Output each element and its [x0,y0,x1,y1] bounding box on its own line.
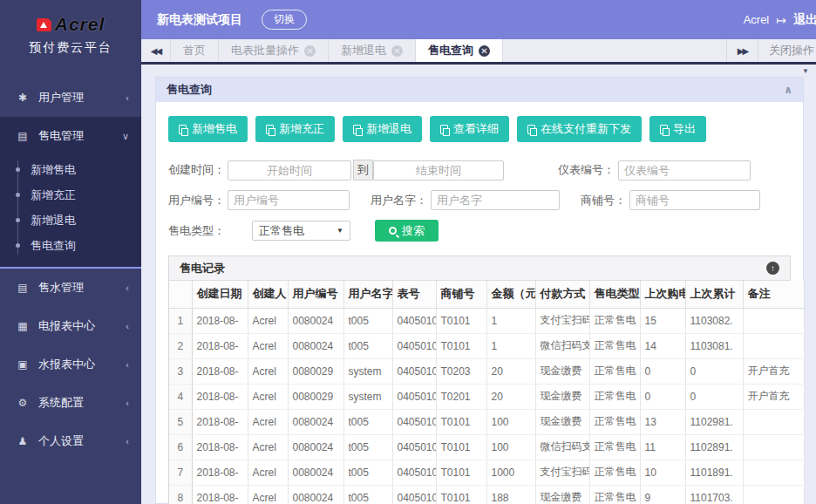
cell-row-index: 3 [169,358,192,384]
tabs-scroll-right-icon[interactable]: ▶▶ [726,39,758,62]
chevron-left-icon: ‹ [126,283,129,293]
cell-create-date: 2018-08- [192,308,248,333]
submenu-item-new-refund[interactable]: 新增退电 [0,208,141,233]
sidebar-item-user-management[interactable]: ✱用户管理‹ [0,78,141,117]
search-button[interactable]: 搜索 [375,220,439,242]
cell-user-name: system [343,384,392,409]
tab-home[interactable]: 首页 [171,39,219,62]
tab-new-refund[interactable]: 新增退电✕ [329,39,416,62]
new-refund-button[interactable]: 新增退电 [343,116,422,142]
table-row[interactable]: 52018-08-Acrel0080024t00504050101T010110… [169,409,804,434]
cell-user-name: system [343,358,392,384]
sidebar-item-water-report-center[interactable]: ▣水报表中心‹ [0,345,141,384]
sidebar-item-electric-report-center[interactable]: ▦电报表中心‹ [0,307,141,345]
cell-amount: 20 [486,384,535,409]
cell-last-total: 1103081. [685,333,743,358]
cell-user-name: t005 [343,485,392,504]
sidebar-item-label: 个人设置 [38,433,126,449]
sale-records-box: 售电记录 ↑ 创建日期创建人用户编号用户名字表号商铺号金额（元付款方式售电类型上… [168,255,791,504]
table-row[interactable]: 12018-08-Acrel0080024t00504050101T01011支… [169,308,804,333]
panel-collapse-icon[interactable]: ∧ [784,84,792,96]
button-label: 在线支付重新下发 [541,121,631,137]
content-area: ▼ 售电查询 ∧ 新增售电新增充正新增退电查看详细在线支付重新下发导出 创建时间… [141,65,816,504]
cell-row-index: 8 [169,485,192,504]
submenu-item-sale-query[interactable]: 售电查询 [0,233,141,258]
chevron-left-icon: ‹ [126,359,129,370]
cell-user-name: t005 [343,308,392,333]
sale-type-select[interactable]: 正常售电 ▼ [252,221,350,241]
col-header-user-no: 用户编号 [288,281,343,308]
table-row[interactable]: 72018-08-Acrel0080024t00504050101T010110… [169,460,804,485]
panel-title: 售电查询 [167,82,784,98]
meter-no-label: 仪表编号： [558,162,615,178]
cell-user-name: t005 [343,409,392,434]
table-row[interactable]: 62018-08-Acrel0080024t00504050101T010110… [169,434,804,460]
cell-shop-no: T0101 [436,434,486,460]
cell-create-date: 2018-08- [192,409,248,434]
gear-icon: ⚙ [16,397,30,409]
cell-last-purchase: 10 [640,460,685,485]
submenu-item-new-recharge-fix[interactable]: 新增充正 [0,182,141,208]
sidebar-item-personal-settings[interactable]: ♟个人设置‹ [0,422,141,460]
col-header-sale-type: 售电类型 [589,281,640,308]
logout-button[interactable]: 退出 [793,12,816,28]
close-operations-button[interactable]: 关闭操作 [758,39,816,62]
end-time-input[interactable] [373,160,504,180]
cell-creator: Acrel [248,434,288,460]
online-pay-resend-button[interactable]: 在线支付重新下发 [517,116,642,142]
cell-creator: Acrel [248,333,288,358]
document-icon [440,125,448,134]
tab-meter-batch-ops[interactable]: 电表批量操作✕ [219,39,329,62]
export-button[interactable]: 导出 [649,116,706,142]
card-icon: ▤ [16,282,30,294]
acrel-logo-icon [37,18,51,31]
cell-meter-no: 04050101 [392,485,436,504]
chevron-left-icon: ‹ [126,398,129,408]
sidebar-item-sale-management[interactable]: ▤售电管理∨ [0,117,141,155]
sidebar-item-water-sale-management[interactable]: ▤售水管理‹ [0,269,141,307]
tab-sale-query[interactable]: 售电查询✕ [416,39,503,62]
cell-row-index: 6 [169,434,192,460]
table-header-row: 创建日期创建人用户编号用户名字表号商铺号金额（元付款方式售电类型上次购电上次累计… [169,281,804,308]
start-time-input[interactable] [228,160,351,180]
cell-amount: 100 [486,434,535,460]
cell-user-no: 0080024 [288,485,343,504]
cell-amount: 1000 [486,460,535,485]
table-row[interactable]: 82018-08-Acrel0080024t00504050101T010118… [169,485,804,504]
tabs-scroll-left-icon[interactable]: ◀◀ [141,39,171,62]
col-header-pay-method: 付款方式 [535,281,589,308]
view-detail-button[interactable]: 查看详细 [430,116,509,142]
cell-last-purchase: 14 [640,333,685,358]
user-no-label: 用户编号： [168,193,228,208]
table-row[interactable]: 42018-08-Acrel0080029system04050102T0201… [169,384,804,409]
switch-project-button[interactable]: 切换 [262,10,307,30]
table-row[interactable]: 22018-08-Acrel0080024t00504050101T01011微… [169,333,804,358]
user-name-input[interactable] [431,190,560,210]
shop-no-input[interactable] [629,190,760,210]
table-icon: ▣ [16,358,30,371]
submenu-item-label: 新增售电 [31,162,76,178]
cell-remark [743,308,804,333]
meter-no-input[interactable] [618,160,751,180]
submenu-item-label: 售电查询 [31,238,76,254]
new-recharge-fix-button[interactable]: 新增充正 [255,116,335,142]
content-dropdown-icon[interactable]: ▼ [802,67,809,75]
cell-remark: 开户首充 [743,384,804,409]
tab-close-icon[interactable]: ✕ [304,45,316,57]
submenu-item-new-sale[interactable]: 新增售电 [0,157,141,182]
cell-last-total: 1102981. [685,409,743,434]
app-root: Acrel 预付费云平台 ✱用户管理‹▤售电管理∨新增售电新增充正新增退电售电查… [0,0,816,504]
user-no-input[interactable] [228,190,350,210]
form-row-1: 创建时间： 到 仪表编号： [168,160,791,180]
cell-last-total: 1103082. [685,308,743,333]
document-icon [179,125,187,134]
new-sale-button[interactable]: 新增售电 [168,116,248,142]
table-row[interactable]: 32018-08-Acrel0080029system04050102T0203… [169,358,804,384]
cell-meter-no: 04050102 [392,384,436,409]
tab-close-icon[interactable]: ✕ [479,45,490,57]
tab-close-icon[interactable]: ✕ [391,45,403,57]
cell-remark [743,485,804,504]
scroll-top-icon[interactable]: ↑ [766,262,779,275]
cell-user-no: 0080029 [288,384,343,409]
sidebar-item-system-config[interactable]: ⚙系统配置‹ [0,384,141,422]
